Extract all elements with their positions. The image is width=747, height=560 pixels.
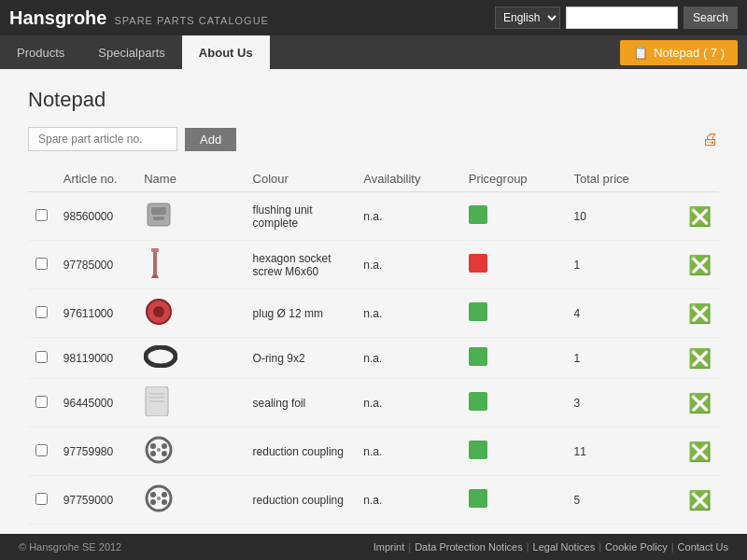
th-name: Name <box>136 166 245 192</box>
language-select[interactable]: English <box>495 7 560 29</box>
row-pricegroup: 5 <box>567 476 651 525</box>
availability-indicator <box>469 392 487 411</box>
footer-links: Imprint | Data Protection Notices | Lega… <box>374 541 728 553</box>
row-checkbox-cell <box>28 241 56 289</box>
svg-point-14 <box>150 443 156 449</box>
nav-left: Products Specialparts About Us <box>0 35 270 69</box>
row-img <box>136 427 245 476</box>
row-pricegroup: 10 <box>567 192 651 241</box>
footer-link-legal[interactable]: Legal Notices <box>533 541 596 553</box>
delete-button[interactable]: ❎ <box>688 392 712 414</box>
row-colour: n.a. <box>356 379 461 427</box>
footer-link-contact[interactable]: Contact Us <box>678 541 728 553</box>
th-article: Article no. <box>56 166 136 192</box>
svg-point-16 <box>150 451 156 456</box>
row-article: 96445000 <box>56 379 136 427</box>
svg-point-8 <box>146 347 176 366</box>
row-img <box>136 289 245 338</box>
brand-name: Hansgrohe <box>9 7 106 29</box>
main-content: Notepad Add 🖨 Article no. Name Colour Av… <box>0 69 747 543</box>
delete-button[interactable]: ❎ <box>688 302 712 325</box>
svg-point-22 <box>150 499 156 505</box>
delete-button[interactable]: ❎ <box>688 489 712 511</box>
row-img <box>136 241 245 289</box>
availability-indicator <box>469 489 487 508</box>
nav-item-aboutus[interactable]: About Us <box>182 35 270 69</box>
availability-indicator <box>469 205 487 224</box>
row-img <box>136 476 245 525</box>
row-checkbox[interactable] <box>35 258 48 270</box>
row-name: O-ring 9x2 <box>246 338 357 379</box>
nav-right: 📋 Notepad ( 7 ) <box>620 35 747 69</box>
row-colour: n.a. <box>356 338 461 379</box>
row-total-price: ❎ <box>651 338 719 379</box>
brand-subtitle: SPARE PARTS CATALOGUE <box>114 15 268 26</box>
row-colour: n.a. <box>356 427 461 476</box>
footer-link-imprint[interactable]: Imprint <box>374 541 405 553</box>
search-input[interactable] <box>566 7 678 29</box>
row-article: 98560000 <box>56 192 136 241</box>
availability-indicator <box>469 347 487 366</box>
svg-point-18 <box>157 448 161 452</box>
toolbar: Add 🖨 <box>28 127 719 151</box>
row-checkbox[interactable] <box>35 444 48 456</box>
row-colour: n.a. <box>356 192 461 241</box>
svg-rect-2 <box>153 217 164 220</box>
row-name: hexagon socket screw M6x60 <box>246 241 357 289</box>
availability-indicator <box>469 441 487 459</box>
copyright: © Hansgrohe SE 2012 <box>19 541 121 553</box>
row-colour: n.a. <box>356 289 461 338</box>
row-article: 97611000 <box>56 289 136 338</box>
table-row: 98560000 flushing unit complete n.a. 10 … <box>28 192 719 241</box>
row-total-price: ❎ <box>651 289 719 338</box>
notepad-button[interactable]: 📋 Notepad ( 7 ) <box>620 40 738 65</box>
row-checkbox-cell <box>28 379 56 427</box>
row-pricegroup: 11 <box>567 427 651 476</box>
nav-item-specialparts[interactable]: Specialparts <box>81 35 182 69</box>
th-check <box>28 166 56 192</box>
print-icon[interactable]: 🖨 <box>702 130 719 149</box>
row-total-price: ❎ <box>651 192 719 241</box>
nav-item-products[interactable]: Products <box>0 35 81 69</box>
table-row: 96445000 sealing foil n.a. 3 ❎ <box>28 379 719 427</box>
table-row: 97759000 reduction coupling n.a. 5 ❎ <box>28 476 719 525</box>
svg-point-24 <box>157 497 161 500</box>
row-checkbox[interactable] <box>35 351 48 363</box>
row-availability <box>461 192 567 241</box>
th-pricegroup: Pricegroup <box>461 166 567 192</box>
row-total-price: ❎ <box>651 427 719 476</box>
svg-point-23 <box>162 499 167 505</box>
row-pricegroup: 3 <box>567 379 651 427</box>
row-checkbox[interactable] <box>35 493 48 505</box>
footer-link-cookie[interactable]: Cookie Policy <box>605 541 668 553</box>
delete-button[interactable]: ❎ <box>688 441 712 463</box>
article-input[interactable] <box>28 127 177 151</box>
row-name: plug Ø 12 mm <box>246 289 357 338</box>
notepad-label: Notepad ( 7 ) <box>654 46 725 60</box>
row-total-price: ❎ <box>651 476 719 525</box>
th-colour: Colour <box>246 166 357 192</box>
row-name: reduction coupling <box>246 476 357 525</box>
delete-button[interactable]: ❎ <box>688 205 712 228</box>
add-button[interactable]: Add <box>185 128 236 151</box>
row-availability <box>461 289 567 338</box>
row-pricegroup: 1 <box>567 241 651 289</box>
footer-link-data-protection[interactable]: Data Protection Notices <box>415 541 523 553</box>
parts-table: Article no. Name Colour Availability Pri… <box>28 166 719 525</box>
delete-button[interactable]: ❎ <box>688 254 712 276</box>
row-img <box>136 379 245 427</box>
header: Hansgrohe SPARE PARTS CATALOGUE English … <box>0 0 747 35</box>
row-checkbox-cell <box>28 338 56 379</box>
table-row: 97785000 hexagon socket screw M6x60 n.a.… <box>28 241 719 289</box>
row-checkbox[interactable] <box>35 396 48 408</box>
row-colour: n.a. <box>356 476 461 525</box>
svg-point-20 <box>150 492 156 497</box>
search-button[interactable]: Search <box>684 7 738 29</box>
row-checkbox[interactable] <box>35 209 48 221</box>
row-checkbox[interactable] <box>35 306 48 318</box>
th-availability: Availability <box>356 166 461 192</box>
table-row: 97611000 plug Ø 12 mm n.a. 4 ❎ <box>28 289 719 338</box>
row-availability <box>461 476 567 525</box>
row-availability <box>461 241 567 289</box>
delete-button[interactable]: ❎ <box>688 347 712 370</box>
